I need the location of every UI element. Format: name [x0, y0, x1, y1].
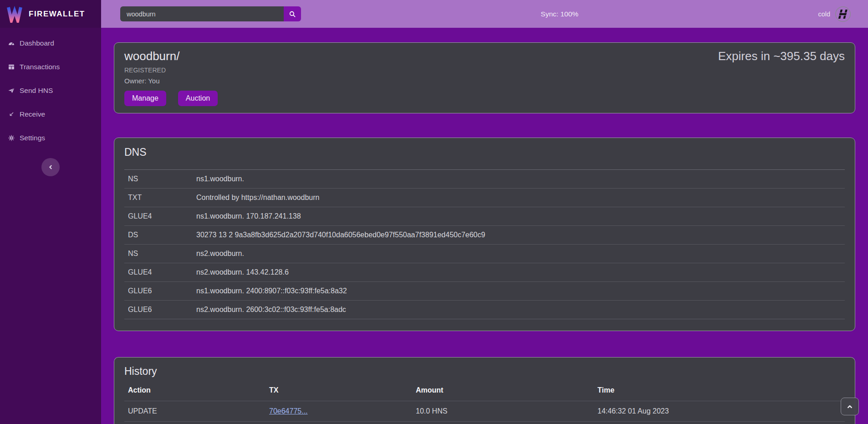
history-column-amount: Amount: [412, 380, 594, 401]
dns-record-row: TXTControlled by https://nathan.woodburn: [124, 189, 845, 207]
sidebar-item-label: Settings: [20, 134, 45, 142]
dns-records-table: NSns1.woodburn. TXTControlled by https:/…: [124, 169, 845, 319]
gear-icon: [8, 134, 15, 142]
sidebar-item-dashboard[interactable]: Dashboard: [0, 31, 101, 55]
table-icon: [8, 63, 15, 71]
dns-record-row: NSns2.woodburn.: [124, 245, 845, 263]
history-column-action: Action: [124, 380, 266, 401]
sidebar-nav: Dashboard Transactions Send HNS Receive: [0, 28, 101, 150]
dns-record-type: GLUE4: [124, 263, 193, 282]
dns-record-value: ns2.woodburn. 143.42.128.6: [193, 263, 845, 282]
dns-title: DNS: [124, 145, 845, 160]
history-column-tx: TX: [266, 380, 412, 401]
history-amount: 10.0 HNS: [412, 421, 594, 424]
history-action: RENEW: [124, 421, 266, 424]
dns-record-type: DS: [124, 226, 193, 245]
handshake-logo-icon: [835, 6, 851, 22]
dns-record-value: ns1.woodburn. 2400:8907::f03c:93ff:fe5a:…: [193, 282, 845, 301]
dns-record-value: ns1.woodburn. 170.187.241.138: [193, 207, 845, 226]
sidebar-item-label: Receive: [20, 110, 45, 118]
dns-record-value: ns2.woodburn.: [193, 245, 845, 263]
send-icon: [8, 87, 15, 94]
sync-status: Sync: 100%: [541, 10, 578, 18]
dns-record-value: ns1.woodburn.: [193, 170, 845, 189]
main-content: woodburn/ Expires in ~395.35 days REGIST…: [101, 28, 868, 424]
dns-record-type: GLUE6: [124, 301, 193, 319]
domain-name-title: woodburn/: [124, 49, 179, 64]
sidebar-item-label: Dashboard: [20, 39, 54, 47]
history-title: History: [124, 364, 845, 378]
brand-name: FIREWALLET: [29, 10, 85, 19]
chevron-up-icon: [846, 403, 854, 411]
receive-icon: [8, 111, 15, 118]
wallet-indicator[interactable]: cold: [818, 6, 851, 22]
dns-record-type: GLUE4: [124, 207, 193, 226]
dns-record-row: GLUE4ns1.woodburn. 170.187.241.138: [124, 207, 845, 226]
chevron-left-icon: [47, 163, 54, 171]
history-amount: 10.0 HNS: [412, 401, 594, 421]
dns-record-type: NS: [124, 170, 193, 189]
brand-header: FIREWALLET: [0, 0, 101, 28]
registration-status: REGISTERED: [124, 66, 845, 74]
history-row: RENEW d73c5e42... 10.0 HNS 15:47:36 07 F…: [124, 421, 845, 424]
manage-button[interactable]: Manage: [124, 91, 166, 106]
sidebar-item-send-hns[interactable]: Send HNS: [0, 79, 101, 102]
dns-record-row: GLUE6ns1.woodburn. 2400:8907::f03c:93ff:…: [124, 282, 845, 301]
dns-card: DNS NSns1.woodburn. TXTControlled by htt…: [114, 138, 855, 331]
dns-record-type: NS: [124, 245, 193, 263]
auction-button[interactable]: Auction: [178, 91, 218, 106]
dns-record-type: GLUE6: [124, 282, 193, 301]
sidebar: FIREWALLET Dashboard Transactions Send H…: [0, 0, 101, 424]
dns-record-row: GLUE6ns2.woodburn. 2600:3c02::f03c:93ff:…: [124, 301, 845, 319]
dns-record-row: NSns1.woodburn.: [124, 170, 845, 189]
search-icon: [288, 10, 296, 18]
sidebar-item-settings[interactable]: Settings: [0, 126, 101, 150]
gauge-icon: [8, 40, 15, 47]
dns-record-type: TXT: [124, 189, 193, 207]
search-input[interactable]: [120, 6, 284, 21]
topbar: Sync: 100% cold: [101, 0, 868, 28]
history-time: 15:47:36 07 Feb 2023: [594, 421, 845, 424]
expiry-text: Expires in ~395.35 days: [718, 49, 845, 64]
dns-record-value: ns2.woodburn. 2600:3c02::f03c:93ff:fe5a:…: [193, 301, 845, 319]
firewallet-w-logo: [5, 5, 24, 23]
search-group: [120, 6, 301, 21]
history-table: Action TX Amount Time UPDATE 70e64775...…: [124, 380, 845, 424]
history-column-time: Time: [594, 380, 845, 401]
sidebar-item-transactions[interactable]: Transactions: [0, 55, 101, 79]
history-row: UPDATE 70e64775... 10.0 HNS 14:46:32 01 …: [124, 401, 845, 421]
sidebar-item-label: Transactions: [20, 63, 60, 71]
search-button[interactable]: [284, 6, 301, 21]
owner-text: Owner: You: [124, 77, 845, 85]
domain-summary-card: woodburn/ Expires in ~395.35 days REGIST…: [114, 42, 855, 113]
sidebar-collapse-button[interactable]: [41, 158, 60, 176]
tx-link[interactable]: 70e64775...: [269, 407, 308, 415]
dns-record-row: GLUE4ns2.woodburn. 143.42.128.6: [124, 263, 845, 282]
dns-record-value: 30273 13 2 9a3a8fb3d625d2a2073d740f10da6…: [193, 226, 845, 245]
history-action: UPDATE: [124, 401, 266, 421]
history-card: History Action TX Amount Time UPDATE 70e…: [114, 357, 855, 424]
history-time: 14:46:32 01 Aug 2023: [594, 401, 845, 421]
dns-record-row: DS30273 13 2 9a3a8fb3d625d2a2073d740f10d…: [124, 226, 845, 245]
sidebar-item-receive[interactable]: Receive: [0, 102, 101, 126]
wallet-name-label: cold: [818, 10, 830, 18]
dns-record-value: Controlled by https://nathan.woodburn: [193, 189, 845, 207]
scroll-to-top-button[interactable]: [841, 398, 859, 415]
sidebar-item-label: Send HNS: [20, 87, 53, 95]
history-header-row: Action TX Amount Time: [124, 380, 845, 401]
